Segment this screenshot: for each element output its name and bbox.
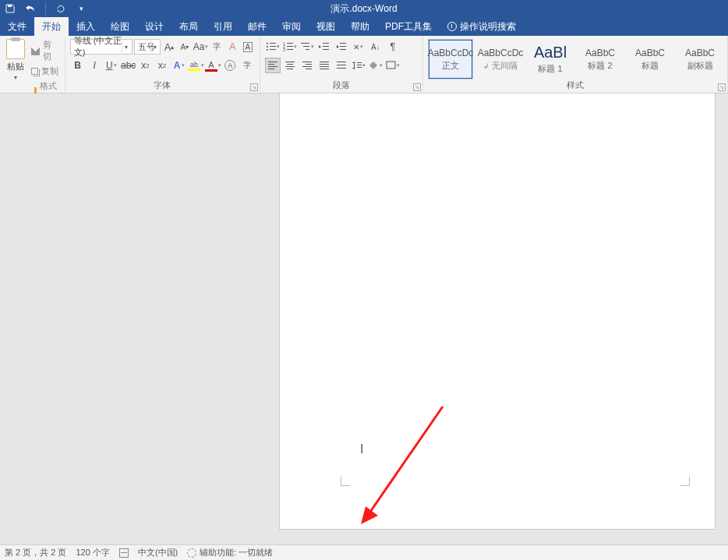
tab-mailings[interactable]: 邮件 bbox=[240, 17, 274, 36]
style-preview: AaBl bbox=[534, 44, 567, 62]
clear-formatting-button[interactable]: A bbox=[225, 39, 239, 55]
superscript-button[interactable]: x2 bbox=[154, 58, 170, 73]
style-name: 标题 1 bbox=[538, 63, 562, 75]
grow-font-button[interactable]: A▴ bbox=[162, 39, 176, 55]
font-dialog-launcher[interactable]: ↘ bbox=[250, 83, 258, 91]
tab-layout[interactable]: 布局 bbox=[171, 17, 206, 36]
strikethrough-button[interactable]: abc bbox=[121, 58, 136, 73]
document-area[interactable]: I bbox=[0, 93, 728, 542]
status-accessibility[interactable]: 辅助功能: 一切就绪 bbox=[187, 547, 273, 558]
numbering-button[interactable]: 123▾ bbox=[282, 39, 298, 55]
align-center-button[interactable] bbox=[282, 58, 298, 73]
undo-icon[interactable] bbox=[25, 3, 36, 14]
save-icon[interactable] bbox=[5, 3, 16, 14]
style-item-0[interactable]: AaBbCcDc正文 bbox=[428, 39, 473, 79]
tab-review[interactable]: 审阅 bbox=[274, 17, 309, 36]
svg-rect-8 bbox=[287, 43, 293, 44]
subscript-button[interactable]: x2 bbox=[138, 58, 154, 73]
svg-rect-38 bbox=[337, 62, 346, 62]
status-bar: 第 2 页，共 2 页 120 个字 中文(中国) 辅助功能: 一切就绪 bbox=[0, 544, 728, 560]
tab-help[interactable]: 帮助 bbox=[343, 17, 377, 36]
svg-rect-18 bbox=[323, 49, 329, 50]
svg-rect-28 bbox=[285, 66, 295, 67]
paragraph-dialog-launcher[interactable]: ↘ bbox=[413, 83, 421, 91]
line-spacing-button[interactable]: ▾ bbox=[351, 58, 366, 73]
style-name: 副标题 bbox=[687, 60, 713, 72]
page-1[interactable] bbox=[279, 93, 716, 530]
asian-layout-button[interactable]: ✕▾ bbox=[351, 39, 366, 55]
text-effects-button[interactable]: A▾ bbox=[171, 58, 187, 73]
align-distributed-button[interactable] bbox=[334, 58, 349, 73]
style-preview: AaBbC bbox=[635, 48, 665, 58]
tab-design[interactable]: 设计 bbox=[137, 17, 171, 36]
align-right-button[interactable] bbox=[299, 58, 315, 73]
group-paragraph: ▾ 123▾ ▾ ✕▾ A↓ ¶ ▾ ▾ ▾ bbox=[260, 36, 423, 93]
tab-draw[interactable]: 绘图 bbox=[103, 17, 137, 36]
group-label-font: 字体 bbox=[154, 80, 171, 90]
font-name-combo[interactable]: 等线 (中文正文)▾ bbox=[70, 39, 133, 55]
quick-access-toolbar: ▾ bbox=[0, 2, 91, 15]
style-item-4[interactable]: AaBbC标题 bbox=[627, 39, 673, 79]
svg-rect-15 bbox=[306, 49, 309, 50]
svg-rect-12 bbox=[287, 49, 293, 50]
status-page[interactable]: 第 2 页，共 2 页 bbox=[5, 547, 66, 558]
tab-references[interactable]: 引用 bbox=[206, 17, 240, 36]
highlight-button[interactable]: ab▾ bbox=[189, 58, 204, 73]
shrink-font-button[interactable]: A▾ bbox=[178, 39, 192, 55]
status-language[interactable]: 中文(中国) bbox=[138, 547, 178, 558]
proofing-icon bbox=[119, 548, 129, 558]
margin-mark-icon bbox=[680, 477, 690, 486]
style-item-2[interactable]: AaBl标题 1 bbox=[528, 39, 573, 79]
app-name: Word bbox=[375, 3, 397, 14]
font-color-button[interactable]: A▾ bbox=[206, 58, 221, 73]
styles-dialog-launcher[interactable]: ↘ bbox=[718, 83, 726, 91]
style-item-5[interactable]: AaBbC副标题 bbox=[677, 39, 723, 79]
style-name: 标题 2 bbox=[588, 60, 612, 72]
bold-button[interactable]: B bbox=[70, 58, 86, 73]
style-item-1[interactable]: AaBbCcDc无间隔 bbox=[478, 39, 523, 79]
character-border-button[interactable]: A bbox=[241, 39, 255, 55]
underline-button[interactable]: U▾ bbox=[104, 58, 119, 73]
text-cursor-icon: I bbox=[360, 442, 363, 456]
paste-button[interactable]: 粘贴 ▾ bbox=[5, 39, 27, 81]
italic-button[interactable]: I bbox=[87, 58, 102, 73]
tab-home[interactable]: 开始 bbox=[34, 17, 69, 36]
status-word-count[interactable]: 120 个字 bbox=[76, 547, 109, 558]
phonetic-guide-button[interactable]: 字 bbox=[210, 39, 224, 55]
tab-view[interactable]: 视图 bbox=[309, 17, 343, 36]
sort-button[interactable]: A↓ bbox=[368, 39, 383, 55]
status-proofing[interactable] bbox=[119, 548, 129, 558]
font-size-combo[interactable]: 五号▾ bbox=[134, 39, 161, 55]
align-justify-button[interactable] bbox=[316, 58, 332, 73]
show-marks-button[interactable]: ¶ bbox=[385, 39, 401, 55]
tell-me-search[interactable]: 操作说明搜索 bbox=[440, 17, 524, 36]
title-bar: ▾ 演示.docx - Word bbox=[0, 0, 728, 17]
svg-rect-35 bbox=[320, 64, 329, 65]
svg-rect-42 bbox=[357, 62, 362, 63]
svg-rect-30 bbox=[302, 62, 312, 62]
decrease-indent-button[interactable] bbox=[316, 39, 332, 55]
copy-button[interactable]: 复制 bbox=[31, 65, 60, 77]
svg-rect-39 bbox=[337, 65, 346, 65]
svg-rect-27 bbox=[287, 64, 293, 65]
multilevel-list-button[interactable]: ▾ bbox=[299, 39, 315, 55]
qat-customize-icon[interactable]: ▾ bbox=[76, 3, 87, 14]
enclose-characters-button[interactable]: 字 bbox=[239, 58, 255, 73]
change-case-button[interactable]: Aa▾ bbox=[193, 39, 209, 55]
align-left-button[interactable] bbox=[265, 58, 281, 73]
style-item-3[interactable]: AaBbC标题 2 bbox=[578, 39, 623, 79]
tab-insert[interactable]: 插入 bbox=[69, 17, 103, 36]
borders-button[interactable]: ▾ bbox=[385, 58, 401, 73]
svg-rect-0 bbox=[8, 5, 12, 7]
style-preview: AaBbCcDc bbox=[428, 48, 474, 58]
cut-button[interactable]: 剪切 bbox=[31, 39, 60, 62]
svg-rect-40 bbox=[337, 68, 346, 69]
shading-button[interactable]: ▾ bbox=[368, 58, 383, 73]
increase-indent-button[interactable] bbox=[334, 39, 349, 55]
tab-file[interactable]: 文件 bbox=[0, 17, 34, 36]
character-shading-button[interactable]: A bbox=[223, 58, 239, 73]
bullets-button[interactable]: ▾ bbox=[265, 39, 281, 55]
redo-icon[interactable] bbox=[55, 3, 66, 14]
tab-pdf-tools[interactable]: PDF工具集 bbox=[377, 17, 440, 36]
svg-rect-32 bbox=[302, 66, 312, 67]
